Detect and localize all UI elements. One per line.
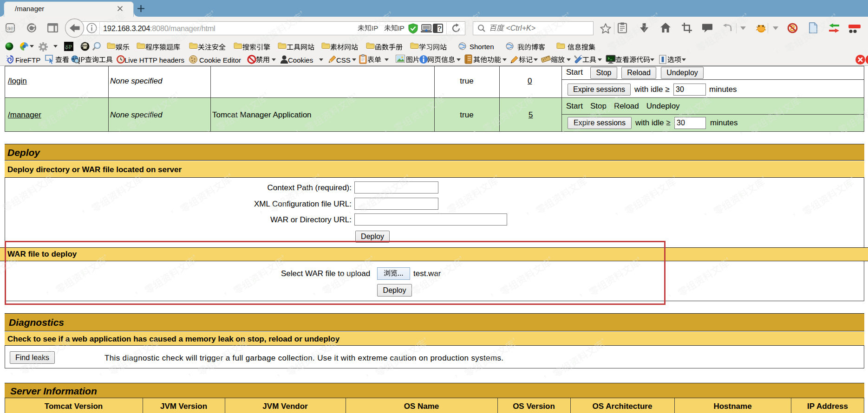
svg-text:SP: SP	[65, 43, 72, 50]
svg-text:?: ?	[437, 25, 442, 32]
svg-text:ae: ae	[7, 25, 13, 32]
